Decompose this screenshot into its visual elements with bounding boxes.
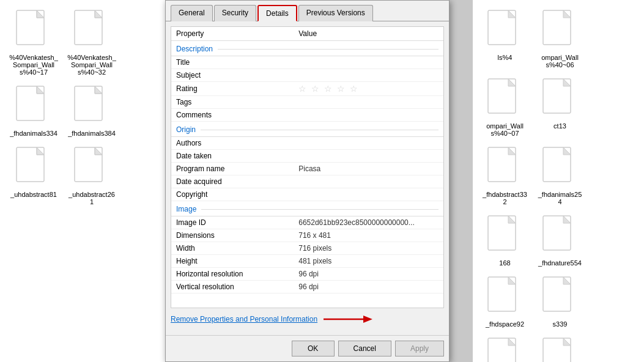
file-icon [542, 9, 579, 52]
list-item[interactable]: _uhdabstract81 [6, 143, 61, 209]
list-item[interactable]: _uhdanimals355 [479, 334, 531, 362]
file-label: _fhdabstract332 [482, 191, 528, 205]
list-item[interactable]: _fhdspace92 [479, 273, 531, 331]
file-label: _fhdnature554 [538, 259, 582, 267]
table-row: Width 716 pixels [171, 242, 443, 255]
list-item[interactable]: 168 [479, 212, 531, 270]
dialog-content: Property Value Description [166, 21, 449, 335]
file-label: %40Venkatesh_Sompari_Walls%40~32 [67, 54, 116, 76]
properties-dialog: General Security Details Previous Versio… [165, 0, 450, 362]
apply-button[interactable]: Apply [395, 341, 444, 356]
remove-link-row: Remove Properties and Personal Informati… [171, 308, 444, 330]
list-item[interactable]: ls%4 [479, 6, 531, 72]
file-icon [542, 146, 579, 189]
prop-value [294, 69, 443, 82]
file-label: _fhdspace92 [486, 320, 524, 328]
prop-value: 96 dpi [294, 281, 443, 294]
list-item[interactable]: _fhdanimals254 [534, 143, 586, 209]
section-origin: Origin [171, 122, 443, 137]
file-icon [542, 276, 579, 319]
ok-button[interactable]: OK [292, 341, 335, 356]
section-description: Description [171, 41, 443, 56]
list-item[interactable]: s339 [534, 273, 586, 331]
file-label: _fhdanimals254 [537, 191, 583, 205]
prop-value: 481 pixels [294, 255, 443, 268]
prop-name: Copyright [171, 188, 294, 201]
properties-table-wrapper[interactable]: Property Value Description [171, 26, 444, 308]
right-file-column: ls%4 ompari_Walls%40~06 ompari_Walls%40~… [473, 0, 644, 362]
prop-name: Date taken [171, 150, 294, 163]
list-item[interactable]: _fhdnature554 [534, 212, 586, 270]
list-item[interactable]: %40Venkatesh_Sompari_Walls%40~32 [64, 6, 119, 79]
file-icon [487, 337, 524, 362]
prop-name: Date acquired [171, 175, 294, 188]
list-item[interactable]: _fhdabstract332 [479, 143, 531, 209]
table-row: Comments [171, 109, 443, 122]
prop-name: Vertical resolution [171, 281, 294, 294]
section-divider [201, 209, 439, 210]
prop-value: 716 pixels [294, 242, 443, 255]
file-label: ompari_Walls%40~06 [537, 54, 583, 68]
section-divider [201, 130, 439, 130]
file-icon [542, 215, 579, 257]
section-label: Description [176, 45, 213, 53]
prop-name: Dimensions [171, 229, 294, 242]
prop-value [294, 137, 443, 150]
prop-name: Comments [171, 109, 294, 122]
file-icon [15, 9, 52, 52]
remove-properties-link[interactable]: Remove Properties and Personal Informati… [171, 315, 317, 323]
file-label: _fhdanimals384 [68, 130, 116, 137]
prop-value: 716 x 481 [294, 229, 443, 242]
prop-name: Image ID [171, 216, 294, 229]
file-label: 168 [499, 259, 510, 267]
section-divider [218, 49, 439, 50]
file-icon [487, 78, 524, 120]
prop-name: Subject [171, 69, 294, 82]
file-label: _uhdabstract81 [10, 191, 57, 198]
prop-value [294, 188, 443, 201]
table-row: Image ID 6652d61bb923ec8500000000000... [171, 216, 443, 229]
list-item[interactable]: ct13 [534, 75, 586, 140]
file-icon [487, 9, 524, 52]
cancel-button[interactable]: Cancel [338, 341, 391, 356]
file-icon [487, 215, 524, 257]
column-value: Value [294, 27, 443, 41]
file-label: s339 [553, 320, 568, 328]
list-item[interactable]: %40Venkatesh_Sompari_Walls%40~17 [6, 6, 61, 79]
table-row: Date taken [171, 150, 443, 163]
file-icon [15, 146, 52, 189]
list-item[interactable]: ompari_Walls%40~07 [479, 75, 531, 140]
file-icon [542, 337, 579, 362]
prop-name: Title [171, 56, 294, 69]
table-row: Dimensions 716 x 481 [171, 229, 443, 242]
file-icon [73, 146, 110, 189]
prop-value: 6652d61bb923ec8500000000000... [294, 216, 443, 229]
list-item[interactable]: _uhdanimals584 [534, 334, 586, 362]
prop-name: Tags [171, 96, 294, 109]
prop-name: Rating [171, 82, 294, 96]
prop-value [294, 150, 443, 163]
tab-general[interactable]: General [171, 5, 213, 21]
prop-value: Picasa [294, 163, 443, 175]
arrow-icon [324, 313, 372, 325]
table-row: Rating ☆ ☆ ☆ ☆ ☆ [171, 82, 443, 96]
prop-value [294, 96, 443, 109]
file-label: ls%4 [498, 54, 513, 61]
list-item[interactable]: _fhdanimals334 [6, 82, 61, 140]
list-item[interactable]: _uhdabstract261 [64, 143, 119, 209]
prop-value: ☆ ☆ ☆ ☆ ☆ [294, 82, 443, 96]
file-label: _uhdabstract261 [67, 191, 116, 205]
tab-details[interactable]: Details [257, 5, 297, 21]
section-label: Image [176, 205, 196, 213]
svg-marker-49 [363, 316, 372, 323]
star-rating[interactable]: ☆ ☆ ☆ ☆ ☆ [298, 84, 359, 94]
tab-previous-versions[interactable]: Previous Versions [298, 5, 373, 21]
table-row: Subject [171, 69, 443, 82]
table-row: Title [171, 56, 443, 69]
file-icon [542, 78, 579, 120]
list-item[interactable]: _fhdanimals384 [64, 82, 119, 140]
file-label: %40Venkatesh_Sompari_Walls%40~17 [9, 54, 58, 76]
section-label: Origin [176, 125, 196, 134]
tab-security[interactable]: Security [214, 5, 256, 21]
list-item[interactable]: ompari_Walls%40~06 [534, 6, 586, 72]
